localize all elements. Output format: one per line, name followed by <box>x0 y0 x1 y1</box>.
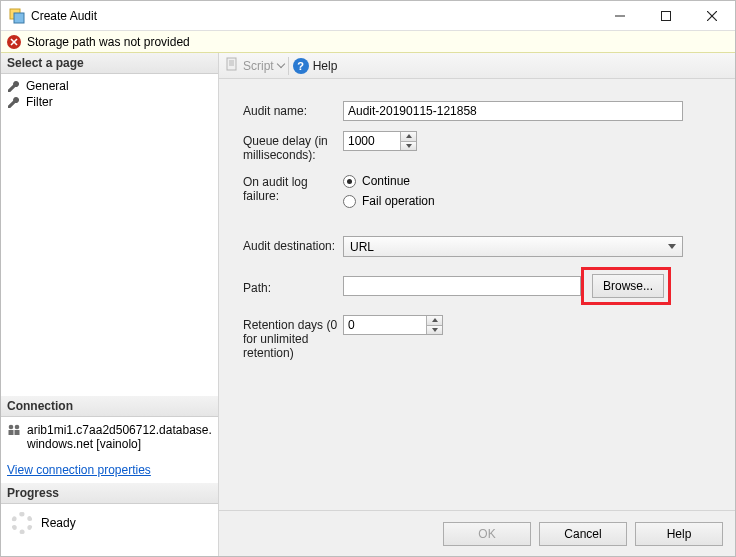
on-failure-label: On audit log failure: <box>243 172 343 203</box>
audit-name-input[interactable] <box>343 101 683 121</box>
app-icon <box>9 8 25 24</box>
progress-status: Ready <box>41 516 76 530</box>
create-audit-window: Create Audit Storage path was not provid… <box>0 0 736 557</box>
audit-destination-value: URL <box>350 240 374 254</box>
sidebar: Select a page General Filter Connection <box>1 53 219 556</box>
maximize-button[interactable] <box>643 1 689 31</box>
queue-delay-up-button[interactable] <box>400 132 416 142</box>
minimize-button[interactable] <box>597 1 643 31</box>
browse-button[interactable]: Browse... <box>592 274 664 298</box>
browse-highlight: Browse... <box>581 267 671 305</box>
retention-down-button[interactable] <box>426 326 442 335</box>
toolbar: Script ? Help <box>219 53 735 79</box>
queue-delay-down-button[interactable] <box>400 142 416 151</box>
retention-up-button[interactable] <box>426 316 442 326</box>
progress-header: Progress <box>1 483 218 504</box>
help-button[interactable]: Help <box>635 522 723 546</box>
dialog-button-bar: OK Cancel Help <box>219 510 735 556</box>
path-label: Path: <box>243 278 343 295</box>
svg-rect-12 <box>227 58 236 70</box>
radio-icon <box>343 195 356 208</box>
titlebar: Create Audit <box>1 1 735 31</box>
radio-continue-label: Continue <box>362 174 410 188</box>
script-label: Script <box>243 59 274 73</box>
script-button[interactable]: Script <box>225 57 284 74</box>
svg-rect-10 <box>9 430 14 435</box>
select-page-header: Select a page <box>1 53 218 74</box>
sidebar-item-general[interactable]: General <box>7 78 212 94</box>
svg-rect-1 <box>14 13 24 23</box>
svg-point-9 <box>15 425 20 430</box>
error-icon <box>7 35 21 49</box>
arrow-up-icon <box>432 318 438 322</box>
window-title: Create Audit <box>31 9 597 23</box>
help-label: Help <box>313 59 338 73</box>
audit-destination-select[interactable]: URL <box>343 236 683 257</box>
svg-point-8 <box>9 425 14 430</box>
ok-button[interactable]: OK <box>443 522 531 546</box>
chevron-down-icon <box>276 60 284 68</box>
queue-delay-label: Queue delay (in milliseconds): <box>243 131 343 162</box>
script-icon <box>225 57 239 74</box>
help-icon: ? <box>293 58 309 74</box>
form: Audit name: Queue delay (in milliseconds… <box>219 79 735 510</box>
svg-rect-11 <box>15 430 20 435</box>
help-button[interactable]: ? Help <box>293 58 338 74</box>
close-button[interactable] <box>689 1 735 31</box>
sidebar-item-label: General <box>26 79 69 93</box>
connection-value: arib1mi1.c7aa2d506712.database.windows.n… <box>27 423 212 451</box>
audit-destination-label: Audit destination: <box>243 236 343 253</box>
wrench-icon <box>7 80 20 93</box>
wrench-icon <box>7 96 20 109</box>
sidebar-item-filter[interactable]: Filter <box>7 94 212 110</box>
main-panel: Script ? Help Audit name: Queue delay (i… <box>219 53 735 556</box>
progress-spinner-icon <box>11 512 33 534</box>
radio-fail-label: Fail operation <box>362 194 435 208</box>
svg-rect-3 <box>662 11 671 20</box>
error-message: Storage path was not provided <box>27 35 190 49</box>
error-bar: Storage path was not provided <box>1 31 735 53</box>
radio-icon <box>343 175 356 188</box>
retention-label: Retention days (0 for unlimited retentio… <box>243 315 343 360</box>
connection-info: arib1mi1.c7aa2d506712.database.windows.n… <box>7 421 212 453</box>
radio-continue[interactable]: Continue <box>343 174 435 188</box>
arrow-down-icon <box>406 144 412 148</box>
audit-name-label: Audit name: <box>243 101 343 118</box>
cancel-button[interactable]: Cancel <box>539 522 627 546</box>
view-connection-properties-link[interactable]: View connection properties <box>1 457 218 483</box>
sidebar-item-label: Filter <box>26 95 53 109</box>
server-icon <box>7 423 21 440</box>
arrow-down-icon <box>432 328 438 332</box>
path-input[interactable] <box>343 276 581 296</box>
connection-header: Connection <box>1 396 218 417</box>
arrow-up-icon <box>406 134 412 138</box>
radio-fail-operation[interactable]: Fail operation <box>343 194 435 208</box>
